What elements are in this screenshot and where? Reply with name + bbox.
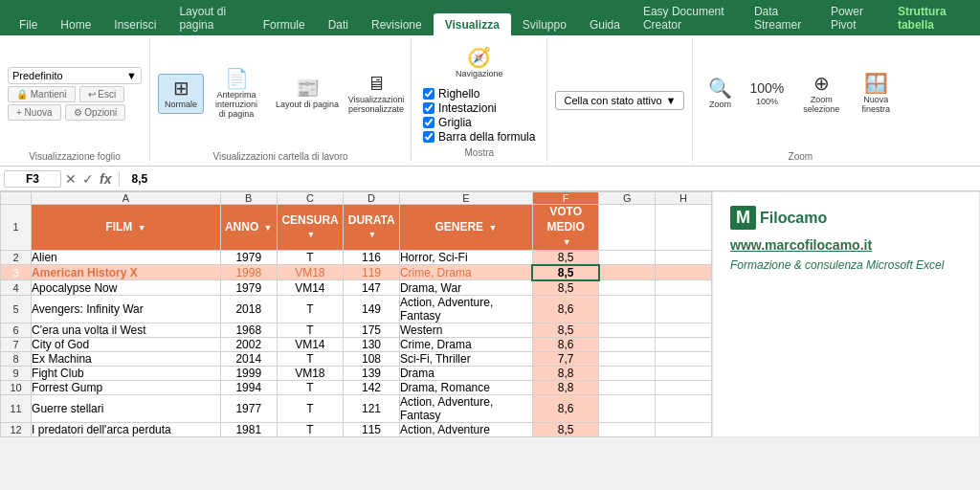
anno-cell[interactable]: 2002 — [220, 337, 277, 351]
voto-cell[interactable]: 8,5 — [532, 280, 598, 296]
row-8-header[interactable]: 8 — [1, 351, 32, 366]
zoom-selezione-btn[interactable]: ⊕ Zoom selezione — [794, 69, 848, 119]
col-durata-header[interactable]: DURATA ▼ — [344, 205, 400, 251]
cell-state-btn[interactable]: Cella con stato attivo ▼ — [555, 91, 684, 110]
film-cell[interactable]: Apocalypse Now — [32, 280, 221, 296]
censura-cell[interactable]: T — [277, 250, 343, 265]
navigazione-btn[interactable]: 🧭 Navigazione — [449, 43, 510, 83]
row-2-header[interactable]: 2 — [1, 250, 32, 265]
tab-visualizza[interactable]: Visualizza — [434, 13, 511, 35]
film-cell[interactable]: American History X — [32, 265, 221, 280]
film-cell[interactable]: City of God — [32, 337, 221, 351]
censura-cell[interactable]: T — [277, 422, 343, 436]
anno-cell[interactable]: 2018 — [220, 295, 277, 323]
check-righello[interactable]: Righello — [423, 87, 535, 100]
formula-confirm-icon[interactable]: ✓ — [82, 171, 94, 187]
col-c-header[interactable]: C — [277, 192, 343, 205]
censura-cell[interactable]: VM14 — [277, 280, 343, 296]
tab-dati[interactable]: Dati — [317, 13, 360, 35]
row-4-header[interactable]: 4 — [1, 280, 32, 296]
col-censura-header[interactable]: CENSURA ▼ — [277, 205, 343, 251]
anno-filter-arrow[interactable]: ▼ — [264, 223, 273, 233]
col-g-header[interactable]: G — [599, 192, 656, 205]
col-anno-header[interactable]: ANNO ▼ — [220, 205, 277, 251]
voto-cell[interactable]: 8,5 — [532, 265, 598, 280]
voto-cell[interactable]: 8,8 — [532, 366, 598, 380]
film-cell[interactable]: Alien — [32, 250, 221, 265]
cell-reference[interactable]: F3 — [4, 170, 61, 188]
row-5-header[interactable]: 5 — [1, 295, 32, 323]
tab-power-pivot[interactable]: Power Pivot — [819, 0, 886, 35]
durata-cell[interactable]: 142 — [344, 380, 400, 394]
anno-cell[interactable]: 1977 — [220, 394, 277, 422]
durata-cell[interactable]: 147 — [344, 280, 400, 296]
tab-formule[interactable]: Formule — [252, 13, 317, 35]
anno-cell[interactable]: 1979 — [220, 280, 277, 296]
opzioni-btn[interactable]: ⚙ Opzioni — [65, 104, 126, 121]
anno-cell[interactable]: 1994 — [220, 380, 277, 394]
film-filter-arrow[interactable]: ▼ — [138, 223, 146, 233]
durata-cell[interactable]: 149 — [344, 295, 400, 323]
genere-cell[interactable]: Drama — [399, 366, 532, 380]
tab-easy-doc[interactable]: Easy Document Creator — [632, 0, 743, 35]
anno-cell[interactable]: 1968 — [220, 323, 277, 337]
genere-cell[interactable]: Action, Adventure — [399, 422, 532, 436]
website-link[interactable]: www.marcofilocamo.it — [730, 237, 962, 253]
viz-personalizzate-btn[interactable]: 🖥 Visualizzazioni personalizzate — [349, 69, 403, 119]
anno-cell[interactable]: 1979 — [220, 250, 277, 265]
censura-cell[interactable]: T — [277, 295, 343, 323]
film-cell[interactable]: Fight Club — [32, 366, 221, 380]
col-b-header[interactable]: B — [220, 192, 277, 205]
durata-filter-arrow[interactable]: ▼ — [368, 230, 377, 239]
tab-sviluppo[interactable]: Sviluppo — [511, 13, 578, 35]
film-cell[interactable]: C'era una volta il West — [32, 323, 221, 337]
layout-pagina-btn[interactable]: 📰 Layout di pagina — [269, 74, 345, 114]
voto-cell[interactable]: 7,7 — [532, 351, 598, 366]
censura-cell[interactable]: T — [277, 394, 343, 422]
film-cell[interactable]: Forrest Gump — [32, 380, 221, 394]
nuova-btn[interactable]: + Nuova — [8, 104, 61, 121]
durata-cell[interactable]: 121 — [344, 394, 400, 422]
col-d-header[interactable]: D — [344, 192, 400, 205]
tab-layout[interactable]: Layout di pagina — [167, 0, 251, 35]
voto-filter-arrow[interactable]: ▼ — [563, 237, 571, 249]
censura-cell[interactable]: VM18 — [277, 366, 343, 380]
formula-fx-icon[interactable]: fx — [100, 171, 111, 187]
durata-cell[interactable]: 115 — [344, 422, 400, 436]
col-h-header[interactable]: H — [656, 192, 712, 205]
predefinito-dropdown[interactable]: Predefinito ▼ — [8, 67, 142, 84]
col-voto-header[interactable]: VOTO MEDIO ▼ — [532, 205, 598, 251]
censura-filter-arrow[interactable]: ▼ — [306, 230, 315, 239]
genere-cell[interactable]: Drama, War — [399, 280, 532, 296]
check-barra-formula[interactable]: Barra della formula — [423, 130, 535, 144]
row-1-header[interactable]: 1 — [1, 205, 32, 251]
col-film-header[interactable]: FILM ▼ — [32, 205, 221, 251]
film-cell[interactable]: Guerre stellari — [32, 394, 221, 422]
anno-cell[interactable]: 1998 — [220, 265, 277, 280]
durata-cell[interactable]: 108 — [344, 351, 400, 366]
anteprima-btn[interactable]: 📄 Anteprima interruzioni di pagina — [208, 64, 265, 123]
durata-cell[interactable]: 119 — [344, 265, 400, 280]
mantieni-btn[interactable]: 🔒 Mantieni — [8, 86, 76, 102]
genere-cell[interactable]: Drama, Romance — [399, 380, 532, 394]
formula-cancel-icon[interactable]: ✕ — [65, 171, 77, 187]
voto-cell[interactable]: 8,5 — [532, 323, 598, 337]
voto-cell[interactable]: 8,6 — [532, 394, 598, 422]
zoom-100-btn[interactable]: 100% 100% — [743, 77, 791, 111]
film-cell[interactable]: Ex Machina — [32, 351, 221, 366]
tab-revisione[interactable]: Revisione — [360, 13, 434, 35]
censura-cell[interactable]: T — [277, 323, 343, 337]
formula-value[interactable]: 8,5 — [127, 171, 976, 187]
film-cell[interactable]: I predatori dell'arca perduta — [32, 422, 221, 436]
anno-cell[interactable]: 1981 — [220, 422, 277, 436]
voto-cell[interactable]: 8,6 — [532, 337, 598, 351]
zoom-btn[interactable]: 🔍 Zoom — [701, 74, 739, 114]
durata-cell[interactable]: 175 — [344, 323, 400, 337]
row-6-header[interactable]: 6 — [1, 323, 32, 337]
col-f-header[interactable]: F — [532, 192, 598, 205]
esci-btn[interactable]: ↩ Esci — [79, 86, 125, 102]
row-3-header[interactable]: 3 — [1, 265, 32, 280]
row-10-header[interactable]: 10 — [1, 380, 32, 394]
durata-cell[interactable]: 130 — [344, 337, 400, 351]
censura-cell[interactable]: T — [277, 351, 343, 366]
